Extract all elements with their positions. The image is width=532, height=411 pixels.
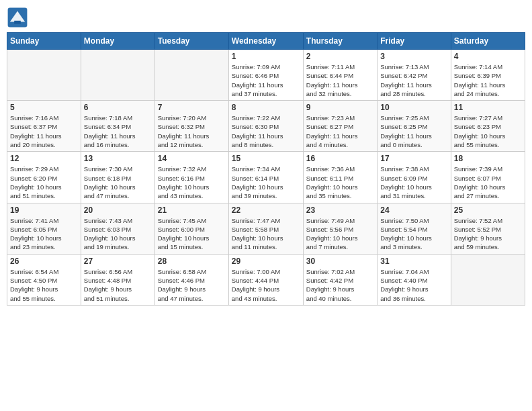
day-info: Sunrise: 7:14 AM Sunset: 6:39 PM Dayligh… xyxy=(454,62,522,98)
day-info: Sunrise: 6:54 AM Sunset: 4:50 PM Dayligh… xyxy=(10,267,78,303)
day-number: 1 xyxy=(232,52,300,61)
day-cell: 2Sunrise: 7:11 AM Sunset: 6:44 PM Daylig… xyxy=(303,50,377,101)
day-info: Sunrise: 6:56 AM Sunset: 4:48 PM Dayligh… xyxy=(84,267,152,303)
day-cell: 6Sunrise: 7:18 AM Sunset: 6:34 PM Daylig… xyxy=(81,101,154,152)
day-info: Sunrise: 7:49 AM Sunset: 5:56 PM Dayligh… xyxy=(306,216,374,252)
day-cell: 27Sunrise: 6:56 AM Sunset: 4:48 PM Dayli… xyxy=(81,254,154,305)
day-info: Sunrise: 7:16 AM Sunset: 6:37 PM Dayligh… xyxy=(10,113,78,149)
day-cell: 24Sunrise: 7:50 AM Sunset: 5:54 PM Dayli… xyxy=(378,203,451,254)
day-number: 4 xyxy=(454,52,522,61)
day-number: 2 xyxy=(306,52,374,61)
day-cell: 4Sunrise: 7:14 AM Sunset: 6:39 PM Daylig… xyxy=(451,50,525,101)
day-cell: 16Sunrise: 7:36 AM Sunset: 6:11 PM Dayli… xyxy=(303,152,377,203)
day-info: Sunrise: 7:38 AM Sunset: 6:09 PM Dayligh… xyxy=(380,165,447,200)
header-day-sunday: Sunday xyxy=(7,33,81,50)
day-info: Sunrise: 7:45 AM Sunset: 6:00 PM Dayligh… xyxy=(158,216,226,252)
header-day-friday: Friday xyxy=(378,33,451,50)
day-info: Sunrise: 7:30 AM Sunset: 6:18 PM Dayligh… xyxy=(84,165,152,200)
day-number: 15 xyxy=(232,154,300,163)
day-cell xyxy=(81,50,154,101)
day-number: 22 xyxy=(232,205,300,215)
day-number: 28 xyxy=(158,257,226,266)
day-info: Sunrise: 7:32 AM Sunset: 6:16 PM Dayligh… xyxy=(158,165,226,200)
day-info: Sunrise: 7:29 AM Sunset: 6:20 PM Dayligh… xyxy=(10,165,78,200)
day-number: 7 xyxy=(158,103,226,112)
day-info: Sunrise: 7:02 AM Sunset: 4:42 PM Dayligh… xyxy=(306,267,374,303)
day-info: Sunrise: 7:22 AM Sunset: 6:30 PM Dayligh… xyxy=(232,113,300,149)
day-cell: 26Sunrise: 6:54 AM Sunset: 4:50 PM Dayli… xyxy=(7,254,81,305)
day-cell: 29Sunrise: 7:00 AM Sunset: 4:44 PM Dayli… xyxy=(228,254,303,305)
day-info: Sunrise: 7:43 AM Sunset: 6:03 PM Dayligh… xyxy=(84,216,152,252)
day-info: Sunrise: 7:18 AM Sunset: 6:34 PM Dayligh… xyxy=(84,113,152,149)
day-number: 8 xyxy=(232,103,300,112)
day-cell xyxy=(451,254,525,305)
week-row-1: 1Sunrise: 7:09 AM Sunset: 6:46 PM Daylig… xyxy=(7,50,525,101)
day-cell: 12Sunrise: 7:29 AM Sunset: 6:20 PM Dayli… xyxy=(7,152,81,203)
day-number: 29 xyxy=(232,257,300,266)
day-cell: 20Sunrise: 7:43 AM Sunset: 6:03 PM Dayli… xyxy=(81,203,154,254)
day-cell: 28Sunrise: 6:58 AM Sunset: 4:46 PM Dayli… xyxy=(154,254,228,305)
logo xyxy=(7,7,31,28)
week-row-2: 5Sunrise: 7:16 AM Sunset: 6:37 PM Daylig… xyxy=(7,101,525,152)
page-header xyxy=(7,7,525,28)
day-info: Sunrise: 7:52 AM Sunset: 5:52 PM Dayligh… xyxy=(454,216,522,252)
day-info: Sunrise: 7:13 AM Sunset: 6:42 PM Dayligh… xyxy=(380,62,447,98)
day-number: 26 xyxy=(10,257,78,266)
day-number: 13 xyxy=(84,154,152,163)
day-info: Sunrise: 7:34 AM Sunset: 6:14 PM Dayligh… xyxy=(232,165,300,200)
day-info: Sunrise: 7:25 AM Sunset: 6:25 PM Dayligh… xyxy=(380,113,447,149)
day-number: 9 xyxy=(306,103,374,112)
day-cell: 7Sunrise: 7:20 AM Sunset: 6:32 PM Daylig… xyxy=(154,101,228,152)
day-info: Sunrise: 7:11 AM Sunset: 6:44 PM Dayligh… xyxy=(306,62,374,98)
day-info: Sunrise: 7:41 AM Sunset: 6:05 PM Dayligh… xyxy=(10,216,78,252)
day-number: 17 xyxy=(380,154,447,163)
day-info: Sunrise: 7:00 AM Sunset: 4:44 PM Dayligh… xyxy=(232,267,300,303)
calendar-body: 1Sunrise: 7:09 AM Sunset: 6:46 PM Daylig… xyxy=(7,50,525,306)
day-cell xyxy=(154,50,228,101)
day-cell: 23Sunrise: 7:49 AM Sunset: 5:56 PM Dayli… xyxy=(303,203,377,254)
header-day-tuesday: Tuesday xyxy=(154,33,228,50)
day-number: 23 xyxy=(306,205,374,215)
day-number: 6 xyxy=(84,103,152,112)
day-number: 25 xyxy=(454,205,522,215)
day-cell: 13Sunrise: 7:30 AM Sunset: 6:18 PM Dayli… xyxy=(81,152,154,203)
day-info: Sunrise: 7:50 AM Sunset: 5:54 PM Dayligh… xyxy=(380,216,447,252)
week-row-4: 19Sunrise: 7:41 AM Sunset: 6:05 PM Dayli… xyxy=(7,203,525,254)
day-info: Sunrise: 7:36 AM Sunset: 6:11 PM Dayligh… xyxy=(306,165,374,200)
header-day-wednesday: Wednesday xyxy=(228,33,303,50)
header-day-saturday: Saturday xyxy=(451,33,525,50)
day-number: 16 xyxy=(306,154,374,163)
day-info: Sunrise: 7:39 AM Sunset: 6:07 PM Dayligh… xyxy=(454,165,522,200)
day-number: 11 xyxy=(454,103,522,112)
day-cell: 9Sunrise: 7:23 AM Sunset: 6:27 PM Daylig… xyxy=(303,101,377,152)
logo-icon xyxy=(7,7,28,28)
day-number: 5 xyxy=(10,103,78,112)
day-cell: 21Sunrise: 7:45 AM Sunset: 6:00 PM Dayli… xyxy=(154,203,228,254)
day-cell: 14Sunrise: 7:32 AM Sunset: 6:16 PM Dayli… xyxy=(154,152,228,203)
day-cell: 3Sunrise: 7:13 AM Sunset: 6:42 PM Daylig… xyxy=(378,50,451,101)
week-row-5: 26Sunrise: 6:54 AM Sunset: 4:50 PM Dayli… xyxy=(7,254,525,305)
day-info: Sunrise: 6:58 AM Sunset: 4:46 PM Dayligh… xyxy=(158,267,226,303)
day-info: Sunrise: 7:04 AM Sunset: 4:40 PM Dayligh… xyxy=(380,267,447,303)
day-number: 18 xyxy=(454,154,522,163)
day-number: 27 xyxy=(84,257,152,266)
header-row: SundayMondayTuesdayWednesdayThursdayFrid… xyxy=(7,33,525,50)
calendar-table: SundayMondayTuesdayWednesdayThursdayFrid… xyxy=(7,32,525,306)
day-cell: 30Sunrise: 7:02 AM Sunset: 4:42 PM Dayli… xyxy=(303,254,377,305)
day-number: 31 xyxy=(380,257,447,266)
header-day-monday: Monday xyxy=(81,33,154,50)
day-cell: 22Sunrise: 7:47 AM Sunset: 5:58 PM Dayli… xyxy=(228,203,303,254)
day-number: 24 xyxy=(380,205,447,215)
calendar-header: SundayMondayTuesdayWednesdayThursdayFrid… xyxy=(7,33,525,50)
day-cell: 18Sunrise: 7:39 AM Sunset: 6:07 PM Dayli… xyxy=(451,152,525,203)
day-info: Sunrise: 7:27 AM Sunset: 6:23 PM Dayligh… xyxy=(454,113,522,149)
day-cell: 11Sunrise: 7:27 AM Sunset: 6:23 PM Dayli… xyxy=(451,101,525,152)
day-number: 21 xyxy=(158,205,226,215)
day-number: 10 xyxy=(380,103,447,112)
day-cell xyxy=(7,50,81,101)
svg-rect-2 xyxy=(14,21,21,24)
day-info: Sunrise: 7:20 AM Sunset: 6:32 PM Dayligh… xyxy=(158,113,226,149)
day-cell: 10Sunrise: 7:25 AM Sunset: 6:25 PM Dayli… xyxy=(378,101,451,152)
day-number: 3 xyxy=(380,52,447,61)
day-number: 12 xyxy=(10,154,78,163)
